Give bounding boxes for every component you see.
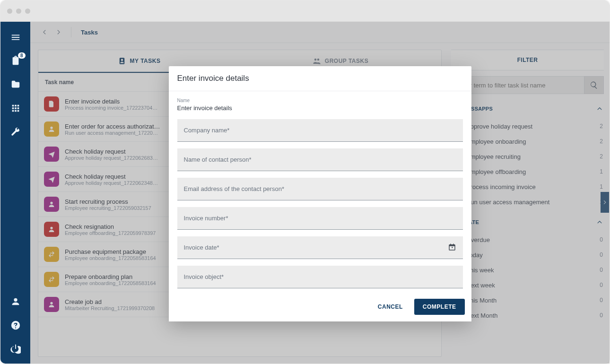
field-label: Invoice object* xyxy=(184,273,224,280)
window-maximize-dot[interactable] xyxy=(25,9,30,14)
invoice-object-field[interactable]: Invoice object* xyxy=(177,266,463,288)
settings-icon[interactable] xyxy=(10,127,21,137)
field-label: Invoice number* xyxy=(184,215,228,222)
field-label: Invoice date* xyxy=(184,244,219,251)
field-label: Email address of the contact person* xyxy=(184,185,284,192)
calendar-icon[interactable] xyxy=(448,243,456,253)
app-sidebar: 8 xyxy=(0,22,30,364)
modal-body: Name Enter invoice details Company name*… xyxy=(169,91,471,294)
app-window: 8 Tasks xyxy=(0,0,610,364)
name-value: Enter invoice details xyxy=(177,104,463,112)
modal-footer: CANCEL COMPLETE xyxy=(169,294,471,321)
field-label: Name of contact person* xyxy=(184,156,252,163)
cancel-button[interactable]: CANCEL xyxy=(372,299,409,315)
content-area: 8 Tasks xyxy=(0,22,610,364)
power-icon[interactable] xyxy=(10,344,21,354)
company-name-field[interactable]: Company name* xyxy=(177,119,463,142)
name-label: Name xyxy=(177,98,463,103)
invoice-number-field[interactable]: Invoice number* xyxy=(177,207,463,230)
field-label: Company name* xyxy=(184,127,230,134)
modal-title: Enter invoice details xyxy=(169,66,471,91)
invoice-date-field[interactable]: Invoice date* xyxy=(177,236,463,259)
modal-overlay: Enter invoice details Name Enter invoice… xyxy=(30,22,610,364)
complete-button[interactable]: COMPLETE xyxy=(414,299,465,315)
contact-person-field[interactable]: Name of contact person* xyxy=(177,148,463,171)
window-titlebar xyxy=(0,0,610,22)
modal: Enter invoice details Name Enter invoice… xyxy=(169,66,471,321)
email-field[interactable]: Email address of the contact person* xyxy=(177,178,463,200)
